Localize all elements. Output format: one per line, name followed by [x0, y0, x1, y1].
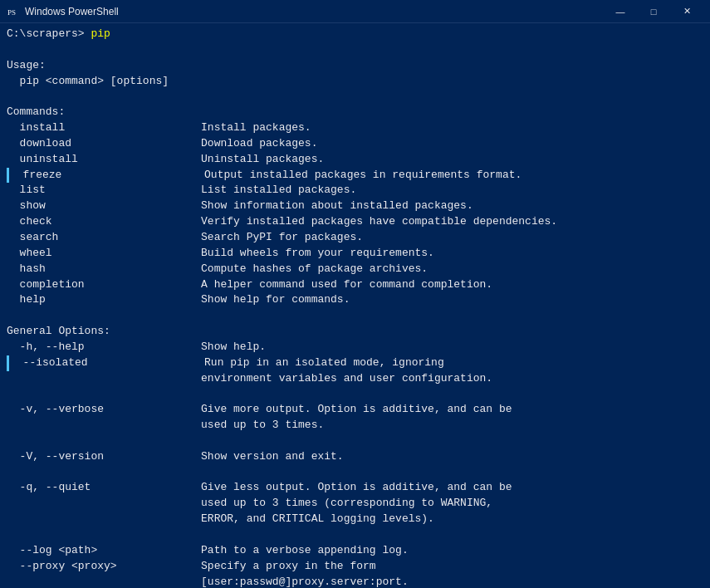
- prompt-line: C:\scrapers> pip: [7, 27, 703, 42]
- general-options-label: General Options:: [7, 324, 703, 340]
- opt-quiet-2: used up to 3 times (corresponding to WAR…: [7, 496, 703, 512]
- cmd-check: check Verify installed packages have com…: [7, 214, 703, 230]
- powershell-icon: PS: [7, 5, 20, 18]
- cmd-download: download Download packages.: [7, 136, 703, 152]
- window-title: Windows PowerShell: [25, 6, 119, 17]
- blank-3: [7, 308, 703, 324]
- opt-verbose-2: used up to 3 times.: [7, 418, 703, 434]
- opt-help: -h, --help Show help.: [7, 340, 703, 355]
- minimize-button[interactable]: —: [604, 0, 637, 23]
- blank-4: [7, 386, 703, 402]
- cmd-install: install Install packages.: [7, 120, 703, 136]
- usage-syntax: pip <command> [options]: [7, 74, 703, 90]
- cmd-help: help Show help for commands.: [7, 292, 703, 308]
- cmd-show: show Show information about installed pa…: [7, 198, 703, 214]
- title-bar: PS Windows PowerShell — □ ✕: [0, 0, 710, 23]
- opt-isolated-2: environment variables and user configura…: [7, 371, 703, 387]
- cmd-search: search Search PyPI for packages.: [7, 230, 703, 246]
- close-button[interactable]: ✕: [670, 0, 703, 23]
- cmd-hash: hash Compute hashes of package archives.: [7, 262, 703, 277]
- title-bar-left: PS Windows PowerShell: [7, 5, 119, 18]
- usage-label: Usage:: [7, 58, 703, 74]
- window: PS Windows PowerShell — □ ✕ C:\scrapers>…: [0, 0, 710, 588]
- cmd-list: list List installed packages.: [7, 183, 703, 198]
- command-text: pip: [91, 27, 110, 40]
- opt-proxy-1: --proxy <proxy> Specify a proxy in the f…: [7, 559, 703, 575]
- opt-quiet-3: ERROR, and CRITICAL logging levels).: [7, 512, 703, 527]
- cmd-freeze: freeze Output installed packages in requ…: [7, 168, 703, 184]
- cmd-wheel: wheel Build wheels from your requirement…: [7, 246, 703, 262]
- blank-5: [7, 434, 703, 449]
- opt-proxy-2: [user:passwd@]proxy.server:port.: [7, 575, 703, 588]
- title-bar-controls: — □ ✕: [604, 0, 703, 23]
- opt-log: --log <path> Path to a verbose appending…: [7, 543, 703, 559]
- cmd-uninstall: uninstall Uninstall packages.: [7, 152, 703, 168]
- blank-6: [7, 465, 703, 481]
- blank-2: [7, 89, 703, 105]
- opt-quiet-1: -q, --quiet Give less output. Option is …: [7, 480, 703, 496]
- terminal-content: C:\scrapers> pip Usage: pip <command> [o…: [0, 23, 710, 588]
- blank-1: [7, 42, 703, 58]
- maximize-button[interactable]: □: [637, 0, 670, 23]
- opt-isolated-1: --isolated Run pip in an isolated mode, …: [7, 355, 703, 371]
- blank-7: [7, 527, 703, 543]
- opt-verbose-1: -v, --verbose Give more output. Option i…: [7, 402, 703, 418]
- commands-label: Commands:: [7, 105, 703, 120]
- svg-text:PS: PS: [7, 8, 16, 17]
- cmd-completion: completion A helper command used for com…: [7, 277, 703, 293]
- opt-version: -V, --version Show version and exit.: [7, 449, 703, 465]
